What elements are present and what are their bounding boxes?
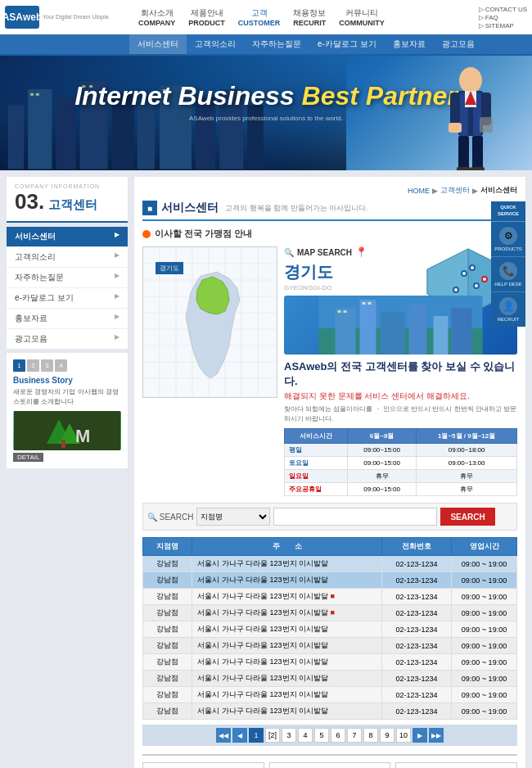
subnav-service[interactable]: 서비스센터 bbox=[129, 34, 187, 54]
nav-recruit[interactable]: 채용정보 RECURIT bbox=[286, 7, 332, 27]
subnav-catalog[interactable]: e-카달로그 보기 bbox=[309, 34, 385, 54]
page-2[interactable]: [2] bbox=[265, 728, 280, 743]
nav-company[interactable]: 회사소개 COMPANY bbox=[132, 7, 182, 27]
col-phone: 전화번호 bbox=[382, 538, 452, 556]
sidebar-item-faq[interactable]: 자주하는질문 ▶ bbox=[7, 268, 128, 288]
table-row[interactable]: 강남점 서울시 가나구 다라울 123번지 이시발달 02-123-1234 0… bbox=[143, 638, 517, 654]
hours-weekday-other: 09:00~18:00 bbox=[417, 444, 517, 457]
search-section: 🔍 SEARCH 지점명 주소 SEARCH bbox=[142, 503, 517, 531]
nav-customer-kr: 고객 bbox=[238, 7, 280, 19]
page-6[interactable]: 6 bbox=[331, 728, 345, 743]
nav-community[interactable]: 커뮤니티 COMMUNITY bbox=[332, 7, 391, 27]
sitemap-link[interactable]: ▷ SITEMAP bbox=[479, 22, 527, 29]
qs-products[interactable]: ⚙ PRODUCTS bbox=[491, 222, 525, 257]
table-row[interactable]: 강남점 서울시 가나구 다라울 123번지 이시발달 02-123-1234 0… bbox=[143, 671, 517, 687]
sidebar-item-service[interactable]: 서비스센터 ▶ bbox=[7, 227, 128, 247]
story-detail-link[interactable]: DETAIL bbox=[13, 453, 43, 462]
search-input[interactable] bbox=[273, 508, 437, 526]
sub-nav: 서비스센터 고객의소리 자주하는질문 e-카달로그 보기 홍보자료 광고모음 bbox=[0, 34, 532, 54]
svg-rect-25 bbox=[458, 136, 469, 170]
story-tab-3[interactable]: 3 bbox=[41, 359, 53, 372]
page-7[interactable]: 7 bbox=[347, 728, 362, 743]
logo-image[interactable]: ASAweb bbox=[5, 6, 39, 29]
bottom-boxes: 01 질문과 답변 Question & Answer Q&A GO! 02 다… bbox=[142, 754, 517, 768]
page-8[interactable]: 8 bbox=[363, 728, 378, 743]
sidebar-item-faq-label: 자주하는질문 bbox=[15, 272, 64, 283]
sidebar-item-catalog[interactable]: e-카달로그 보기 ▶ bbox=[7, 288, 128, 309]
story-tab-2[interactable]: 2 bbox=[27, 359, 39, 372]
nav-customer[interactable]: 고객 CUSTOMER bbox=[232, 7, 286, 27]
sidebar-item-catalog-label: e-카달로그 보기 bbox=[15, 292, 74, 304]
page-4[interactable]: 4 bbox=[298, 728, 313, 743]
content-title: 서비스센터 bbox=[161, 201, 219, 215]
page-10[interactable]: 10 bbox=[396, 728, 411, 743]
story-tab-4[interactable]: 4 bbox=[55, 359, 67, 372]
branch-addr: 서울시 가나구 다라울 123번지 이시발달 ■ bbox=[192, 605, 382, 621]
page-5[interactable]: 5 bbox=[314, 728, 329, 743]
sidebar-item-ad[interactable]: 광고모음 ▶ bbox=[7, 329, 128, 349]
sidebar-item-voice[interactable]: 고객의소리 ▶ bbox=[7, 247, 128, 268]
page-next-next[interactable]: ▶▶ bbox=[429, 728, 444, 743]
search-button[interactable]: SEARCH bbox=[440, 508, 494, 526]
search-category-select[interactable]: 지점명 주소 bbox=[196, 508, 270, 526]
svg-point-70 bbox=[454, 288, 458, 291]
sidebar-item-pr[interactable]: 홍보자료 ▶ bbox=[7, 309, 128, 329]
subnav-pr[interactable]: 홍보자료 bbox=[385, 34, 434, 54]
hours-holiday-label: 주요공휴일 bbox=[285, 483, 348, 496]
branch-name: 강남점 bbox=[143, 654, 192, 671]
svg-text:M: M bbox=[75, 426, 90, 446]
contact-link[interactable]: ▷ CONTACT US bbox=[479, 6, 527, 13]
page-next[interactable]: ▶ bbox=[413, 728, 427, 743]
subnav-faq[interactable]: 자주하는질문 bbox=[244, 34, 309, 54]
branch-hours: 09:00 ~ 19:00 bbox=[452, 556, 517, 572]
story-title: Business Story bbox=[13, 376, 121, 385]
svg-rect-61 bbox=[368, 302, 372, 305]
svg-rect-0 bbox=[8, 106, 25, 169]
branch-hours: 09:00 ~ 19:00 bbox=[452, 654, 517, 671]
nav-product[interactable]: 제품안내 PRODUCT bbox=[182, 7, 232, 27]
breadcrumb-customer[interactable]: 고객센터 bbox=[440, 185, 470, 196]
branch-addr: 서울시 가나구 다라울 123번지 이시발달 ■ bbox=[192, 589, 382, 605]
subnav-ad[interactable]: 광고모음 bbox=[434, 34, 483, 54]
content-area: HOME ▶ 고객센터 ▶ 서비스센터 ■ 서비스센터 고객의 행복을 함께 만… bbox=[134, 177, 525, 768]
table-row[interactable]: 강남점 서울시 가나구 다라울 123번지 이시발달 02-123-1234 0… bbox=[143, 556, 517, 572]
story-tab-1[interactable]: 1 bbox=[13, 359, 25, 372]
subnav-voice[interactable]: 고객의소리 bbox=[187, 34, 244, 54]
page-prev[interactable]: ◀ bbox=[232, 728, 247, 743]
svg-rect-57 bbox=[452, 308, 472, 355]
branch-name: 강남점 bbox=[143, 671, 192, 687]
table-row[interactable]: 강남점 서울시 가나구 다라울 123번지 이시발달 02-123-1234 0… bbox=[143, 572, 517, 589]
branch-addr: 서울시 가나구 다라울 123번지 이시발달 bbox=[192, 687, 382, 703]
logo-tagline: Your Digital Dream Utopia bbox=[43, 13, 109, 20]
branch-addr: 서울시 가나구 다라울 123번지 이시발달 bbox=[192, 703, 382, 720]
box-download[interactable]: 02 다운로드 자료실 Download Data ⬇ GO! bbox=[269, 762, 391, 768]
main-wrapper: COMPANY INFORMATION 03. 고객센터 서비스센터 ▶ 고객의… bbox=[0, 170, 532, 768]
map-right-section: 🔍 MAP SEARCH 📍 경기도 GYEONGGI-DO bbox=[284, 246, 517, 496]
table-row[interactable]: 강남점 서울시 가나구 다라울 123번지 이시발달 02-123-1234 0… bbox=[143, 687, 517, 703]
nav-company-en: COMPANY bbox=[138, 19, 175, 27]
table-row[interactable]: 강남점 서울시 가나구 다라울 123번지 이시발달 02-123-1234 0… bbox=[143, 703, 517, 720]
box-qa[interactable]: 01 질문과 답변 Question & Answer Q&A GO! bbox=[142, 762, 264, 768]
page-9[interactable]: 9 bbox=[380, 728, 394, 743]
page-3[interactable]: 3 bbox=[282, 728, 296, 743]
faq-link[interactable]: ▷ FAQ bbox=[479, 14, 527, 21]
pagination: ◀◀ ◀ 1 [2] 3 4 5 6 7 8 9 10 ▶ ▶▶ bbox=[142, 725, 517, 746]
branch-name: 강남점 bbox=[143, 638, 192, 654]
hours-col-service: 서비스시간 bbox=[285, 429, 348, 444]
breadcrumb-home[interactable]: HOME bbox=[408, 187, 430, 195]
story-box: 1 2 3 4 Business Story 새로운 경영자의 기업 아사웹의 … bbox=[7, 353, 128, 468]
region-photo bbox=[284, 296, 517, 355]
pin-icon: 📍 bbox=[355, 246, 367, 258]
table-row[interactable]: 강남점 서울시 가나구 다라울 123번지 이시발달 ■ 02-123-1234… bbox=[143, 605, 517, 621]
page-prev-prev[interactable]: ◀◀ bbox=[216, 728, 231, 743]
qs-recruit[interactable]: 👤 RECRUIT bbox=[491, 292, 525, 327]
hours-saturday-label: 토요일 bbox=[285, 457, 348, 470]
qs-helpdesk[interactable]: 📞 HELP DESK bbox=[491, 257, 525, 292]
table-row[interactable]: 강남점 서울시 가나구 다라울 123번지 이시발달 02-123-1234 0… bbox=[143, 654, 517, 671]
hours-col-summer: 6월~8월 bbox=[348, 429, 417, 444]
table-row[interactable]: 강남점 서울시 가나구 다라울 123번지 이시발달 02-123-1234 0… bbox=[143, 621, 517, 638]
page-1[interactable]: 1 bbox=[249, 728, 264, 743]
table-row[interactable]: 강남점 서울시 가나구 다라울 123번지 이시발달 ■ 02-123-1234… bbox=[143, 589, 517, 605]
section-header: 이사할 전국 가맹점 안내 bbox=[142, 228, 517, 240]
box-info[interactable]: 03 홍보 자료실 Information Data ℹ GO! bbox=[395, 762, 517, 768]
